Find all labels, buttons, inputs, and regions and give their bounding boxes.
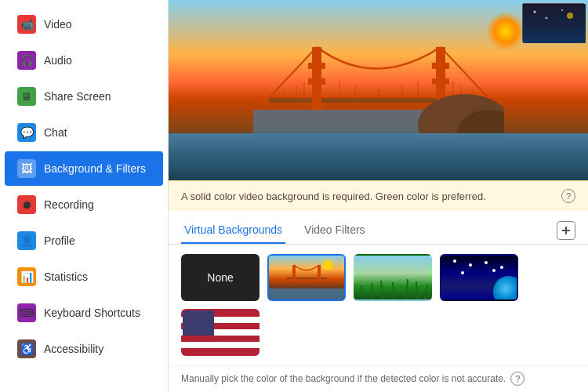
sidebar-item-chat[interactable]: 💬 Chat: [5, 115, 163, 150]
sidebar-item-keyboard[interactable]: ⌨ Keyboard Shortcuts: [5, 296, 163, 330]
svg-point-25: [561, 9, 563, 11]
sidebar-label-video: Video: [44, 18, 72, 31]
grass-thumb-svg: [355, 256, 430, 299]
share-screen-icon: 🖥: [17, 87, 36, 106]
svg-rect-7: [432, 78, 449, 85]
background-icon: 🖼: [17, 159, 36, 178]
svg-rect-31: [292, 265, 296, 281]
svg-point-22: [567, 13, 573, 19]
plus-icon: [561, 225, 572, 236]
bottom-hint-info-icon[interactable]: ?: [510, 372, 524, 386]
svg-rect-6: [432, 63, 449, 69]
sidebar-label-background: Background & Filters: [44, 162, 146, 175]
small-thumbnail: [522, 3, 585, 42]
warning-bar: A solid color video background is requir…: [169, 180, 588, 211]
sidebar-label-statistics: Statistics: [44, 270, 88, 283]
sidebar-label-chat: Chat: [44, 126, 67, 139]
bridge-thumb-svg: [269, 256, 344, 299]
svg-rect-4: [308, 78, 325, 85]
sidebar-label-accessibility: Accessibility: [44, 343, 103, 355]
svg-point-23: [534, 11, 536, 13]
warning-info-icon[interactable]: ?: [561, 189, 575, 203]
sidebar-item-share-screen[interactable]: 🖥 Share Screen: [5, 79, 163, 114]
sidebar-item-profile[interactable]: 👤 Profile: [5, 223, 163, 258]
svg-rect-30: [286, 278, 327, 279]
flag-canton: [183, 310, 214, 336]
sidebar-label-keyboard: Keyboard Shortcuts: [44, 307, 140, 319]
bridge-svg: [253, 24, 504, 149]
sidebar-item-video[interactable]: 📹 Video: [5, 7, 163, 42]
svg-rect-21: [523, 4, 586, 43]
accessibility-icon: ♿: [17, 339, 36, 358]
bg-option-bridge[interactable]: [267, 254, 346, 301]
bottom-hint-bar: Manually pick the color of the backgroun…: [169, 365, 588, 392]
space-stars: [453, 260, 456, 263]
sidebar-label-audio: Audio: [44, 54, 72, 67]
video-preview: [169, 0, 588, 180]
sidebar-label-share: Share Screen: [44, 90, 111, 103]
svg-point-24: [546, 17, 548, 20]
chat-icon: 💬: [17, 123, 36, 142]
tab-video-filters[interactable]: Video Filters: [301, 217, 368, 244]
bottom-hint-text: Manually pick the color of the backgroun…: [181, 373, 506, 384]
svg-point-29: [322, 260, 333, 270]
water-area: [169, 133, 588, 180]
svg-rect-3: [308, 63, 325, 69]
tab-virtual-backgrounds[interactable]: Virtual Backgrounds: [181, 217, 285, 244]
bg-option-grass[interactable]: [354, 254, 432, 301]
keyboard-icon: ⌨: [17, 303, 36, 322]
bg-option-space[interactable]: [440, 254, 518, 301]
bg-option-flag[interactable]: [181, 309, 260, 356]
sidebar-item-accessibility[interactable]: ♿ Accessibility: [5, 332, 163, 366]
bg-option-none[interactable]: None: [181, 254, 260, 301]
sidebar-label-recording: Recording: [44, 198, 94, 211]
profile-icon: 👤: [17, 231, 36, 250]
sidebar-item-statistics[interactable]: 📊 Statistics: [5, 260, 163, 294]
sidebar-label-profile: Profile: [44, 234, 75, 247]
earth-glow: [493, 276, 518, 301]
thumbnail-svg: [523, 4, 586, 43]
sidebar: 📹 Video 🎧 Audio 🖥 Share Screen 💬 Chat 🖼 …: [0, 0, 169, 392]
add-background-button[interactable]: [557, 221, 575, 240]
svg-rect-33: [269, 289, 344, 299]
main-content: A solid color video background is requir…: [169, 0, 588, 392]
stats-icon: 📊: [17, 267, 36, 286]
bg-none-label: None: [207, 271, 233, 284]
recording-icon: ⏺: [17, 195, 36, 214]
svg-rect-34: [355, 256, 430, 299]
tabs-bar: Virtual Backgrounds Video Filters: [169, 211, 588, 245]
svg-rect-32: [318, 265, 321, 281]
sidebar-item-audio[interactable]: 🎧 Audio: [5, 43, 163, 78]
warning-text: A solid color video background is requir…: [181, 191, 555, 202]
sidebar-item-background[interactable]: 🖼 Background & Filters: [5, 151, 163, 186]
video-icon: 📹: [17, 15, 36, 34]
audio-icon: 🎧: [17, 51, 36, 70]
backgrounds-grid: None: [169, 245, 588, 365]
sidebar-item-recording[interactable]: ⏺ Recording: [5, 187, 163, 222]
